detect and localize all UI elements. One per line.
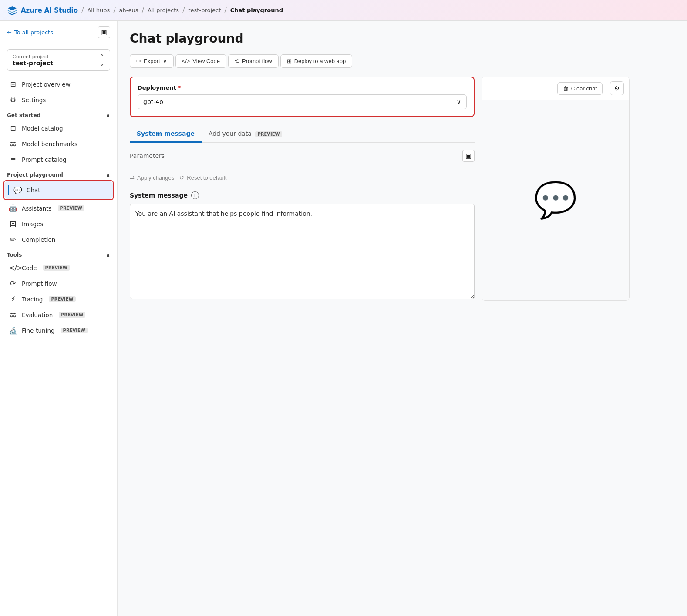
deployment-dropdown[interactable]: gpt-4o ∨ [138, 94, 467, 109]
system-message-textarea[interactable] [130, 204, 475, 299]
fine-tuning-icon: 🔬 [9, 326, 17, 335]
active-indicator [8, 185, 9, 195]
sidebar-item-code[interactable]: </> Code PREVIEW [3, 260, 114, 275]
assistants-icon: 🤖 [9, 204, 17, 212]
sidebar-item-completion[interactable]: ✏ Completion [3, 232, 114, 247]
apply-changes-button[interactable]: ⇄ Apply changes [130, 173, 174, 183]
images-icon: 🖼 [9, 220, 17, 228]
back-arrow-icon: ← [7, 29, 12, 36]
reset-default-button[interactable]: ↺ Reset to default [179, 173, 226, 183]
required-indicator: * [178, 84, 181, 91]
sidebar-item-evaluation[interactable]: ⚖ Evaluation PREVIEW [3, 307, 114, 322]
sidebar-item-project-overview[interactable]: ⊞ Project overview [3, 77, 114, 92]
sidebar-item-label: Model catalog [22, 125, 63, 132]
breadcrumb-sep-3: / [142, 6, 144, 14]
logo: Azure AI Studio [7, 5, 78, 16]
sidebar-item-model-catalog[interactable]: ⊡ Model catalog [3, 121, 114, 136]
deploy-icon: ⊞ [287, 58, 292, 64]
sidebar-item-label: Images [22, 221, 43, 228]
sidebar-item-label: Fine-tuning [22, 327, 55, 334]
sidebar-item-prompt-flow[interactable]: ⟳ Prompt flow [3, 276, 114, 291]
sidebar-item-label: Evaluation [22, 311, 53, 318]
parameters-label: Parameters [130, 152, 165, 159]
sidebar-item-tracing[interactable]: ⚡ Tracing PREVIEW [3, 291, 114, 307]
completion-icon: ✏ [9, 235, 17, 244]
preview-badge: PREVIEW [58, 205, 84, 211]
sidebar: ← To all projects ▣ Current project test… [0, 21, 118, 616]
dropdown-arrow-icon: ∨ [163, 58, 167, 64]
left-panel: Deployment * gpt-4o ∨ System message [130, 77, 475, 301]
collapse-sidebar-button[interactable]: ▣ [98, 26, 110, 38]
sidebar-tools-section: Tools ∧ </> Code PREVIEW ⟳ Prompt flow ⚡… [0, 248, 117, 338]
page-title: Chat playground [130, 31, 630, 46]
deployment-label: Deployment * [138, 84, 467, 91]
sidebar-item-label: Assistants [22, 205, 52, 212]
sidebar-item-model-benchmarks[interactable]: ⚖ Model benchmarks [3, 136, 114, 151]
sidebar-main-section: ⊞ Project overview ⚙ Settings [0, 76, 117, 108]
collapse-section-icon: ∧ [106, 112, 110, 118]
chevron-icon: ⌃⌄ [99, 53, 104, 67]
crumb-test-project[interactable]: test-project [188, 7, 221, 13]
deployment-value: gpt-4o [143, 98, 163, 105]
sidebar-item-label: Prompt flow [22, 280, 57, 287]
breadcrumb-sep-4: / [182, 6, 185, 14]
sidebar-item-label: Prompt catalog [22, 156, 67, 163]
get-started-header[interactable]: Get started ∧ [3, 108, 114, 120]
export-icon: ↦ [136, 58, 141, 64]
sidebar-item-label: Model benchmarks [22, 141, 77, 147]
preview-badge: PREVIEW [255, 131, 282, 137]
sidebar-project-playground-section: Project playground ∧ 💬 Chat 🤖 Assistants… [0, 167, 117, 248]
project-selector[interactable]: Current project test-project ⌃⌄ [7, 49, 110, 71]
sidebar-top: ← To all projects ▣ [0, 21, 117, 44]
sidebar-item-prompt-catalog[interactable]: ≡ Prompt catalog [3, 152, 114, 167]
tools-header[interactable]: Tools ∧ [3, 248, 114, 260]
expand-icon: ▣ [465, 152, 471, 159]
logo-text: Azure AI Studio [21, 7, 78, 14]
sidebar-item-fine-tuning[interactable]: 🔬 Fine-tuning PREVIEW [3, 323, 114, 338]
system-message-info-icon[interactable]: i [191, 191, 199, 199]
crumb-all-hubs[interactable]: All hubs [87, 7, 110, 13]
action-buttons: ⇄ Apply changes ↺ Reset to default [130, 173, 475, 183]
tab-add-your-data[interactable]: Add your data PREVIEW [202, 126, 289, 143]
sidebar-item-label: Completion [22, 236, 55, 243]
sidebar-item-settings[interactable]: ⚙ Settings [3, 92, 114, 107]
parameters-header: Parameters ▣ [130, 150, 475, 167]
crumb-hub[interactable]: ah-eus [119, 7, 138, 13]
sidebar-item-label: Project overview [22, 81, 71, 88]
tab-bar: System message Add your data PREVIEW [130, 126, 475, 143]
export-button[interactable]: ↦ Export ∨ [130, 54, 174, 68]
sidebar-item-label: Chat [27, 187, 40, 194]
back-to-projects[interactable]: ← To all projects [7, 29, 53, 36]
settings-icon: ⚙ [9, 96, 17, 104]
deploy-button[interactable]: ⊞ Deploy to a web app [280, 54, 353, 68]
sidebar-item-chat[interactable]: 💬 Chat [4, 181, 113, 199]
chevron-down-icon: ∨ [457, 98, 461, 105]
prompt-flow-button[interactable]: ⟲ Prompt flow [228, 54, 279, 68]
model-catalog-icon: ⊡ [9, 124, 17, 132]
code-icon: </> [9, 264, 17, 272]
project-playground-header[interactable]: Project playground ∧ [3, 167, 114, 180]
expand-parameters-button[interactable]: ▣ [462, 150, 475, 162]
sidebar-item-label: Code [22, 264, 37, 271]
preview-badge: PREVIEW [61, 328, 88, 333]
prompt-flow-icon: ⟳ [9, 279, 17, 288]
topbar: Azure AI Studio / All hubs / ah-eus / Al… [0, 0, 687, 21]
chat-settings-button[interactable]: ⚙ [610, 81, 624, 95]
collapse-icon: ▣ [101, 29, 107, 36]
project-name: test-project [13, 60, 53, 67]
panel-layout: Deployment * gpt-4o ∨ System message [130, 77, 630, 301]
sidebar-item-assistants[interactable]: 🤖 Assistants PREVIEW [3, 201, 114, 216]
preview-badge: PREVIEW [49, 296, 75, 302]
sidebar-item-label: Settings [22, 97, 46, 104]
system-message-label: System message [130, 192, 188, 199]
evaluation-icon: ⚖ [9, 311, 17, 319]
view-code-button[interactable]: </> View Code [175, 54, 226, 68]
crumb-all-projects[interactable]: All projects [148, 7, 179, 13]
sidebar-item-images[interactable]: 🖼 Images [3, 216, 114, 231]
sidebar-item-label: Tracing [22, 296, 43, 303]
vertical-divider [606, 83, 606, 94]
tab-system-message[interactable]: System message [130, 126, 202, 143]
clear-icon: 🗑 [563, 85, 569, 92]
chat-icon: 💬 [13, 186, 22, 194]
clear-chat-button[interactable]: 🗑 Clear chat [557, 82, 603, 95]
